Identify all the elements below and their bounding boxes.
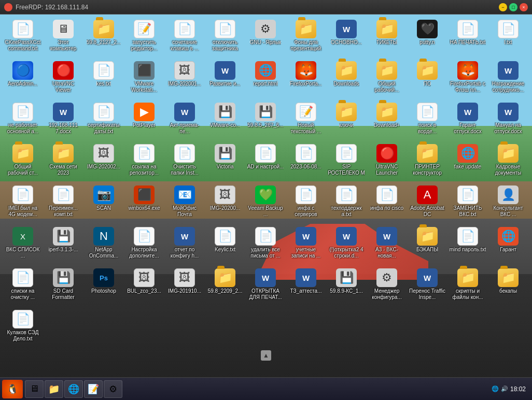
desktop-icon-51[interactable]: 📁 Кадровые документы (488, 142, 528, 182)
desktop-icon-73[interactable]: W (!)открытка2 4 строки.d... (327, 225, 366, 265)
desktop-icon-53[interactable]: 📄 Переимен... комп.txt (44, 183, 83, 224)
desktop-icon-42[interactable]: 📄 ссылка на репозитор... (124, 142, 164, 182)
desktop-icon-82[interactable]: 🖼 IMG-201910... (165, 266, 204, 307)
desktop-icon-71[interactable]: 📄 удалить все письма от ... (246, 225, 285, 265)
start-button[interactable]: 🐧 (2, 380, 23, 398)
desktop-icon-90[interactable]: 📁 бекапы (488, 266, 528, 307)
desktop-icon-8[interactable]: W ОСНОВНО... (327, 18, 366, 58)
desktop-icon-31[interactable]: 💾 VMware-co... (205, 101, 245, 141)
desktop-icon-38[interactable]: W Мануал на отпуск.docx (488, 101, 528, 141)
desktop-icon-40[interactable]: 📁 Схема сети 2023 (44, 142, 83, 182)
desktop-icon-28[interactable]: 📄 сертификаты даты.txt (84, 101, 123, 141)
desktop-icon-17[interactable]: 🖼 IMG-202001... (165, 59, 204, 99)
desktop-icon-77[interactable]: 🌐 Гарант (488, 225, 528, 265)
desktop-icon-0[interactable]: 📄 CKeePassXCct command.txt (3, 18, 43, 58)
desktop-icon-85[interactable]: W ТЗ_аттеста... (286, 266, 326, 307)
desktop-icon-46[interactable]: 📄 2023-06-08... (286, 142, 326, 182)
desktop-icon-30[interactable]: W Акт приема-пе... (165, 101, 204, 141)
desktop-icon-69[interactable]: W отчет по конфигу h... (165, 225, 204, 265)
desktop-icon-45[interactable]: 📄 AD и настрой... (246, 142, 285, 182)
desktop-icon-6[interactable]: ⚙ GNU - Ярлык (246, 18, 285, 58)
desktop-icon-72[interactable]: W учетные записи на ... (286, 225, 326, 265)
desktop-icon-68[interactable]: 📄 Настройка дополните... (124, 225, 164, 265)
taskbar-item-3[interactable]: 🌐 (64, 380, 83, 398)
desktop-icon-18[interactable]: W Развитие и... (205, 59, 245, 99)
desktop-icon-12[interactable]: 📄 l.txt (488, 18, 528, 58)
desktop-icon-54[interactable]: 📷 SCAN (84, 183, 123, 224)
desktop-icon-23[interactable]: 📁 ПО (408, 59, 447, 99)
desktop-icon-16[interactable]: ⬛ VMware Workstati... (124, 59, 164, 99)
desktop-icon-22[interactable]: 📁 Общий рабочий... (367, 59, 407, 99)
desktop-icon-60[interactable]: 📄 техподдержк а.txt (327, 183, 366, 224)
desktop-icon-70[interactable]: 📄 Keylic.txt (205, 225, 245, 265)
desktop-icon-81[interactable]: 🖼 BUL_zco_23... (124, 266, 164, 307)
desktop-icon-67[interactable]: N NetApp OnComma... (84, 225, 123, 265)
taskbar-item-4[interactable]: 📝 (84, 380, 103, 398)
desktop-icon-66[interactable]: 💾 iperf-3.1.3-... (44, 225, 83, 265)
desktop-icon-25[interactable]: W Награждение сотруднико... (488, 59, 528, 99)
desktop-icon-87[interactable]: ⚙ Менеджер конфигура... (367, 266, 407, 307)
desktop-icon-13[interactable]: 🔵 AeroAdmin... (3, 59, 43, 99)
desktop-icon-59[interactable]: 📄 инфа с серверов (286, 183, 326, 224)
desktop-icon-75[interactable]: 📁 БЭКАПЫ (408, 225, 447, 265)
desktop-icon-64[interactable]: 👤 Консультант ВКС ... (488, 183, 528, 224)
desktop-icon-84[interactable]: W ОТКРЫТКА ДЛЯ ПЕЧАТ... (246, 266, 285, 307)
scroll-hint[interactable]: ▲ (261, 350, 271, 361)
minimize-button[interactable]: − (499, 3, 507, 11)
desktop-icon-27[interactable]: W 192.168.111 7.docx (44, 101, 83, 141)
desktop-icon-14[interactable]: 🔴 UltraVNC Viewer (44, 59, 83, 99)
desktop-icon-32[interactable]: 💾 59.8.5_267_6... (246, 101, 285, 141)
taskbar-item-1[interactable]: 🖥 (25, 380, 44, 398)
desktop-icon-36[interactable]: 📄 поиск в ворде... (408, 101, 447, 141)
desktop-icon-37[interactable]: W Гарант отпуск.docx (448, 101, 487, 141)
desktop-icon-55[interactable]: ⬛ winbox64.exe (124, 183, 164, 224)
desktop-icon-19[interactable]: 🌐 report.html (246, 59, 285, 99)
desktop-icon-35[interactable]: 📁 Download+ (367, 101, 407, 141)
desktop-icon-26[interactable]: 📄 не работает основной а... (3, 101, 43, 141)
desktop-icon-52[interactable]: 📄 IMEI был на 4G модем... (3, 183, 43, 224)
desktop-icon-57[interactable]: 🖼 IMG-20200... (205, 183, 245, 224)
desktop-icon-2[interactable]: 📁 59.8_2127_2... (84, 18, 123, 58)
desktop-icon-58[interactable]: 💚 Veeam Backup ... (246, 183, 285, 224)
desktop-icon-47[interactable]: 📄 SIP РОСТЕЛЕКО М (327, 142, 366, 182)
desktop-icon-24[interactable]: 🦊 FirefoxPortab с Флэш пл... (448, 59, 487, 99)
desktop-icon-91[interactable]: 📄 Кулаков СЭД Дело.txt (3, 308, 43, 348)
desktop-icon-5[interactable]: 📄 отключить защитника (205, 18, 245, 58)
desktop-icon-62[interactable]: A Adobe Acrobat DC (408, 183, 447, 224)
desktop-icon-63[interactable]: 📄 ЗАМЕНИТЬ ВКС.txt (448, 183, 487, 224)
desktop-icon-50[interactable]: 🌐 fake update (448, 142, 487, 182)
desktop-icon-10[interactable]: 🖤 putty.n (408, 18, 447, 58)
desktop-icon-56[interactable]: 📧 МойОфис Почта (165, 183, 204, 224)
desktop-icon-4[interactable]: 📄 сочетание клавиш в ... (165, 18, 204, 58)
desktop-icon-49[interactable]: 📁 ПРИНТЕР конструктор (408, 142, 447, 182)
desktop-icon-29[interactable]: ▶ PotPlayer (124, 101, 164, 141)
desktop-icon-78[interactable]: 📄 списки на очистку ... (3, 266, 43, 307)
desktop-icon-76[interactable]: 📄 mind пароль.txt (448, 225, 487, 265)
desktop-icon-79[interactable]: 💾 SD Card Formatter (44, 266, 83, 307)
desktop-icon-89[interactable]: 📁 скрипты и файлы кон... (448, 266, 487, 307)
taskbar-item-5[interactable]: ⚙ (104, 380, 122, 398)
desktop-icon-39[interactable]: 📁 Общий рабочий ст... (3, 142, 43, 182)
desktop-icon-43[interactable]: 📄 Очистить папки Inst... (165, 142, 204, 182)
desktop-icon-11[interactable]: 📄 НА ПЕЧАТЬ.txt (448, 18, 487, 58)
desktop-icon-15[interactable]: 📄 kes.txt (84, 59, 123, 99)
desktop-icon-34[interactable]: 📁 ключи (327, 101, 366, 141)
desktop-icon-48[interactable]: 🔴 UltraVNC Launcher (367, 142, 407, 182)
desktop-icon-65[interactable]: X ВКС СПИСОК ... (3, 225, 43, 265)
desktop-icon-7[interactable]: 📁 Фоны для презентаций (286, 18, 326, 58)
desktop-icon-74[interactable]: W A3 - ВКС-новая... (367, 225, 407, 265)
desktop-icon-61[interactable]: 📄 инфа по cisco (367, 183, 407, 224)
desktop-icon-20[interactable]: 🦊 FirefoxPorta... (286, 59, 326, 99)
taskbar-item-2[interactable]: 📁 (45, 380, 63, 398)
desktop-icon-44[interactable]: 💾 Victoria (205, 142, 245, 182)
desktop-icon-3[interactable]: 📝 запустить редактор... (124, 18, 164, 58)
desktop-icon-88[interactable]: W Перенос Traffic Inspe... (408, 266, 447, 307)
desktop-icon-80[interactable]: Ps Photoshop (84, 266, 123, 307)
desktop-icon-21[interactable]: 📁 Downloads (327, 59, 366, 99)
desktop-icon-83[interactable]: 📁 59.8_2209_2... (205, 266, 245, 307)
maximize-button[interactable]: □ (509, 3, 517, 11)
desktop-icon-41[interactable]: 🖼 IMG-202002... (84, 142, 123, 182)
desktop-icon-1[interactable]: 🖥 Этот компьютер (44, 18, 83, 58)
desktop-icon-33[interactable]: 📝 Новый текстовый ... (286, 101, 326, 141)
desktop-icon-9[interactable]: 📁 ТИКЕТЫ (367, 18, 407, 58)
